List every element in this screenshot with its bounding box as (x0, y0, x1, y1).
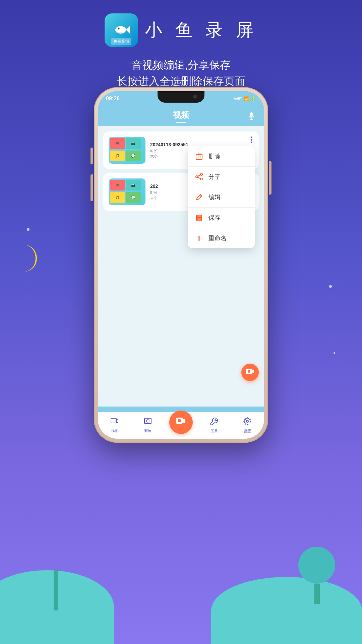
thumb-app-4: 💬 (126, 151, 141, 161)
edit-icon (194, 193, 204, 202)
svg-line-15 (198, 175, 200, 176)
tab-tools[interactable]: 工具 (198, 412, 231, 439)
svg-marker-29 (183, 419, 185, 423)
thumb-app-3: 🎵 (110, 151, 125, 161)
bg-tree (298, 547, 335, 604)
app-subtitle: 音视频编辑,分享保存 长按进入全选删除保存页面 (117, 57, 245, 89)
svg-rect-8 (196, 154, 202, 160)
tab-video-icon (111, 418, 119, 427)
tab-tools-label: 工具 (210, 429, 218, 434)
svg-marker-25 (116, 419, 118, 423)
app-header: 免费高清 小 鱼 录 屏 音视频编辑,分享保存 长按进入全选删除保存页面 (0, 0, 362, 89)
menu-delete[interactable]: 删除 (188, 146, 255, 167)
tab-settings-label: 设置 (244, 429, 251, 434)
signal-icon: 📶 (244, 96, 249, 101)
menu-edit-label: 编辑 (208, 193, 221, 201)
record-fab-icon (246, 368, 254, 377)
star-3 (334, 352, 335, 354)
content-area: 🎮 📷 🎵 💬 20240113-092551 时长 大小 ⋮ (98, 126, 264, 407)
svg-point-0 (115, 26, 126, 34)
share-icon (194, 172, 204, 181)
menu-share[interactable]: 分享 (188, 167, 255, 187)
app-logo-area: 免费高清 小 鱼 录 屏 (105, 13, 257, 47)
record-fab[interactable] (241, 364, 259, 381)
svg-point-12 (196, 176, 198, 178)
context-menu: 删除 分享 (188, 146, 255, 248)
save-icon (194, 213, 204, 222)
status-bar: 09:26 WiFi 📶 🔋 (98, 91, 264, 106)
status-time: 09:26 (106, 96, 120, 102)
battery-icon: 🔋 (251, 96, 256, 101)
thumb2-app-3: 🎵 (110, 192, 125, 203)
thumb2-app-1: 🎮 (110, 180, 125, 191)
menu-rename[interactable]: T 重命名 (188, 228, 255, 248)
nav-title: 视频 (173, 110, 189, 120)
moon-icon (13, 241, 47, 275)
svg-rect-4 (115, 33, 122, 33)
nav-header: 视频 (98, 106, 264, 126)
star-2 (329, 285, 332, 288)
power-button (269, 161, 272, 195)
svg-point-23 (248, 370, 250, 373)
menu-delete-label: 删除 (208, 152, 221, 160)
tab-bar: 视频 截屏 (98, 412, 264, 439)
svg-point-13 (200, 173, 202, 175)
svg-point-3 (118, 28, 119, 29)
svg-point-30 (178, 419, 181, 422)
tab-screenshot-icon (144, 418, 152, 427)
tab-settings-icon (243, 417, 251, 427)
nav-title-underline (176, 122, 186, 123)
wifi-icon: WiFi (234, 96, 243, 101)
front-camera (193, 95, 197, 99)
tab-tools-icon (210, 417, 218, 427)
svg-point-31 (246, 420, 248, 422)
video-more-button-1[interactable]: ⋮ (247, 136, 254, 144)
tab-screenshot-label: 截屏 (144, 428, 152, 433)
app-icon: 免费高清 (105, 13, 138, 47)
tab-record[interactable] (164, 412, 197, 439)
svg-rect-5 (250, 112, 253, 117)
tab-video[interactable]: 视频 (98, 412, 131, 439)
svg-rect-26 (144, 418, 151, 424)
tab-record-center[interactable] (169, 411, 193, 434)
svg-marker-1 (126, 26, 130, 34)
app-title: 小 鱼 录 屏 (145, 18, 257, 42)
phone-mockup: 09:26 WiFi 📶 🔋 视频 (94, 87, 268, 443)
video-thumbnail-1: 🎮 📷 🎵 💬 (109, 137, 145, 164)
thumb-app-2: 📷 (126, 138, 141, 149)
svg-point-27 (146, 420, 149, 422)
menu-save[interactable]: 保存 (188, 208, 255, 228)
thumb2-app-4: 💬 (126, 192, 141, 203)
bg-pole-left (54, 570, 58, 610)
svg-rect-20 (197, 218, 201, 221)
thumb2-app-2: 📷 (126, 180, 141, 191)
rename-icon: T (194, 233, 204, 243)
svg-rect-19 (197, 215, 201, 217)
svg-line-16 (198, 177, 200, 179)
volume-down-button (90, 174, 93, 201)
tab-record-icon (176, 416, 186, 428)
star-1 (27, 228, 29, 231)
app-icon-badge: 免费高清 (111, 38, 131, 45)
video-item-1: 🎮 📷 🎵 💬 20240113-092551 时长 大小 ⋮ (103, 131, 259, 169)
menu-rename-label: 重命名 (208, 234, 227, 242)
tab-settings[interactable]: 设置 (231, 412, 264, 439)
tab-screenshot[interactable]: 截屏 (131, 412, 164, 439)
menu-save-label: 保存 (208, 214, 221, 222)
thumb-app-1: 🎮 (110, 138, 125, 149)
svg-rect-24 (111, 418, 116, 423)
phone-screen: 09:26 WiFi 📶 🔋 视频 (98, 91, 264, 439)
menu-share-label: 分享 (208, 173, 221, 181)
delete-icon (194, 152, 204, 161)
svg-marker-22 (252, 369, 254, 373)
volume-up-button (90, 148, 93, 164)
mic-button[interactable] (245, 110, 257, 122)
bg-hill-right (211, 577, 362, 644)
tab-video-label: 视频 (111, 428, 118, 433)
svg-point-14 (200, 178, 202, 180)
video-thumbnail-2: 🎮 📷 🎵 💬 (109, 178, 145, 205)
notch (158, 91, 204, 103)
menu-edit[interactable]: 编辑 (188, 187, 255, 208)
status-icons: WiFi 📶 🔋 (234, 96, 256, 101)
